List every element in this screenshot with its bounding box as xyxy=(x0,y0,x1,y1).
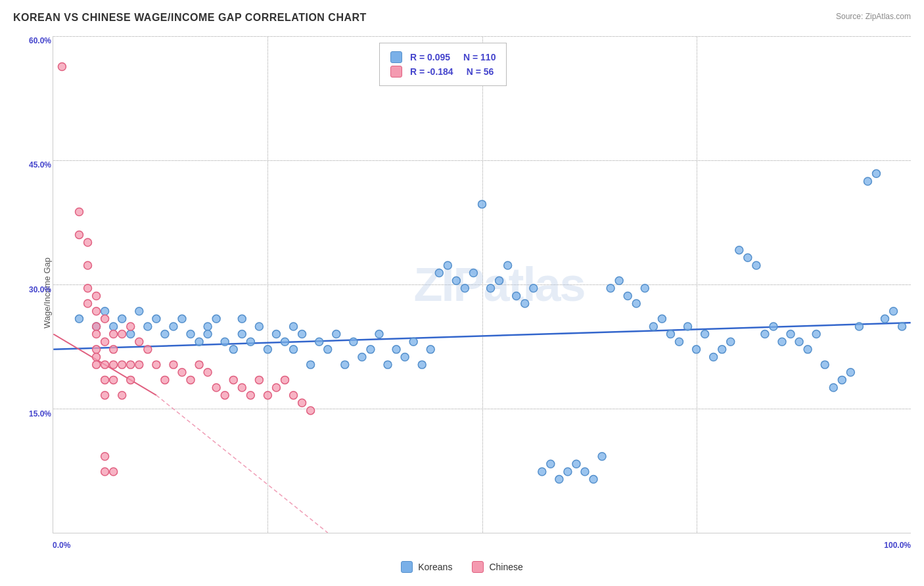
legend-row-chinese: R = -0.184 N = 56 xyxy=(390,66,496,78)
svg-point-136 xyxy=(144,346,152,353)
svg-point-64 xyxy=(581,468,589,476)
svg-point-110 xyxy=(93,307,101,315)
svg-point-124 xyxy=(110,346,118,353)
chart-container: KOREAN VS CHINESE WAGE/INCOME GAP CORREL… xyxy=(0,0,924,586)
svg-point-111 xyxy=(93,323,101,330)
svg-point-63 xyxy=(572,460,580,468)
svg-point-76 xyxy=(684,323,692,330)
svg-point-151 xyxy=(272,384,280,392)
svg-point-81 xyxy=(727,338,735,346)
svg-point-135 xyxy=(135,361,143,369)
svg-point-19 xyxy=(212,315,220,323)
svg-point-106 xyxy=(84,261,92,269)
svg-point-97 xyxy=(864,177,871,185)
svg-point-50 xyxy=(461,284,469,292)
svg-point-154 xyxy=(298,399,306,407)
svg-point-116 xyxy=(101,315,109,323)
svg-point-17 xyxy=(204,323,212,330)
svg-point-54 xyxy=(496,277,503,284)
svg-point-34 xyxy=(324,346,332,353)
svg-point-89 xyxy=(795,338,803,346)
svg-point-58 xyxy=(530,284,538,292)
svg-point-113 xyxy=(93,346,101,353)
svg-point-57 xyxy=(521,300,529,307)
svg-point-42 xyxy=(392,346,400,353)
svg-point-118 xyxy=(101,361,109,369)
svg-point-79 xyxy=(710,353,718,361)
svg-point-99 xyxy=(881,315,889,323)
bottom-swatch-korean xyxy=(401,561,413,573)
svg-point-100 xyxy=(890,307,898,315)
svg-point-37 xyxy=(350,338,358,346)
svg-point-23 xyxy=(238,330,246,338)
svg-point-143 xyxy=(204,369,212,376)
svg-point-88 xyxy=(787,330,795,338)
svg-point-29 xyxy=(290,323,298,330)
svg-point-11 xyxy=(152,315,160,323)
svg-point-53 xyxy=(487,284,495,292)
svg-point-107 xyxy=(84,284,92,292)
svg-point-59 xyxy=(538,468,546,476)
svg-point-140 xyxy=(178,369,186,376)
svg-point-40 xyxy=(375,330,383,338)
svg-point-96 xyxy=(855,323,863,330)
svg-point-105 xyxy=(84,238,92,246)
svg-point-36 xyxy=(341,361,349,369)
legend-swatch-chinese xyxy=(390,66,402,78)
svg-point-90 xyxy=(804,346,812,353)
svg-point-109 xyxy=(93,292,101,300)
svg-point-80 xyxy=(718,346,726,353)
svg-point-78 xyxy=(701,330,709,338)
svg-point-144 xyxy=(212,384,220,392)
svg-point-32 xyxy=(307,361,315,369)
svg-point-128 xyxy=(118,330,126,338)
svg-point-155 xyxy=(307,407,315,415)
svg-point-44 xyxy=(409,338,417,346)
svg-point-119 xyxy=(101,376,109,384)
svg-point-61 xyxy=(555,476,563,484)
svg-point-74 xyxy=(666,330,674,338)
svg-point-7 xyxy=(118,315,126,323)
grid-v-1 xyxy=(267,36,268,533)
legend-r-korean: R = 0.095 xyxy=(410,52,450,62)
svg-point-87 xyxy=(778,338,786,346)
svg-point-73 xyxy=(658,315,666,323)
svg-line-2 xyxy=(156,395,328,533)
svg-point-18 xyxy=(204,330,212,338)
svg-point-82 xyxy=(735,246,743,254)
x-label-100: 100.0% xyxy=(884,541,911,550)
legend-row-korean: R = 0.095 N = 110 xyxy=(390,51,496,63)
svg-point-104 xyxy=(75,231,83,238)
y-label-60: 60.0% xyxy=(29,36,51,45)
svg-point-68 xyxy=(615,277,623,284)
svg-point-8 xyxy=(127,330,135,338)
bottom-label-korean: Koreans xyxy=(418,562,452,572)
y-label-45: 45.0% xyxy=(29,160,51,169)
svg-point-133 xyxy=(127,376,135,384)
svg-point-46 xyxy=(427,346,434,353)
svg-point-117 xyxy=(101,338,109,346)
svg-point-95 xyxy=(846,369,854,376)
bottom-legend-chinese: Chinese xyxy=(472,561,522,573)
svg-point-148 xyxy=(246,392,254,399)
svg-point-9 xyxy=(135,307,143,315)
svg-point-14 xyxy=(178,315,186,323)
svg-point-131 xyxy=(127,323,135,330)
svg-point-39 xyxy=(367,346,375,353)
svg-point-112 xyxy=(93,330,101,338)
svg-point-129 xyxy=(118,361,126,369)
svg-point-152 xyxy=(281,376,289,384)
svg-point-98 xyxy=(872,169,880,177)
svg-point-45 xyxy=(418,361,426,369)
y-label-30: 30.0% xyxy=(29,285,51,294)
legend-swatch-korean xyxy=(390,51,402,63)
svg-point-114 xyxy=(93,353,101,361)
legend-r-chinese: R = -0.184 xyxy=(410,66,453,77)
svg-point-147 xyxy=(238,384,246,392)
svg-point-24 xyxy=(246,338,254,346)
svg-point-4 xyxy=(93,323,101,330)
svg-point-67 xyxy=(607,284,614,292)
bottom-legend-korean: Koreans xyxy=(401,561,452,573)
svg-line-1 xyxy=(53,334,156,395)
svg-point-10 xyxy=(144,323,152,330)
